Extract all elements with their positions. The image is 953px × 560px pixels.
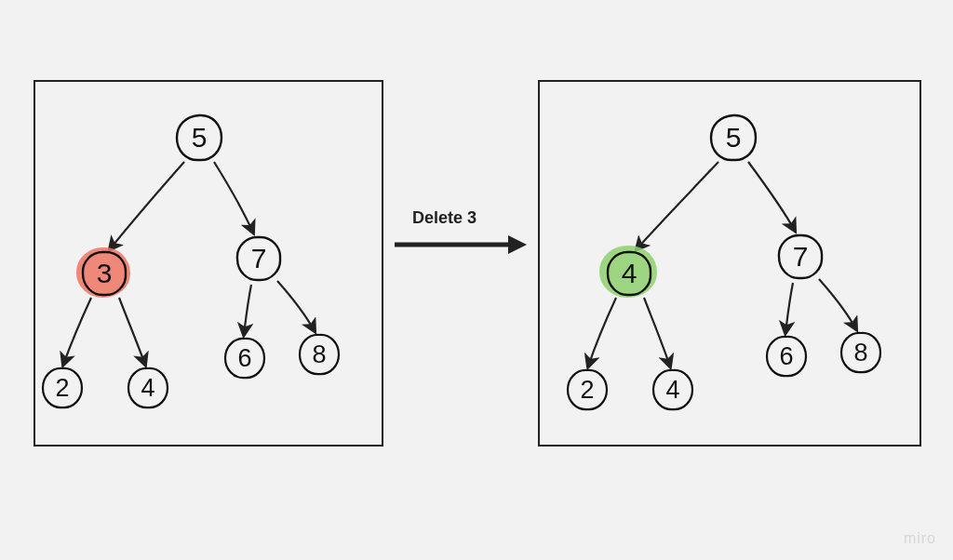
transition-arrow xyxy=(391,233,529,257)
after-edges xyxy=(540,82,919,445)
after-frame: 5 4 7 2 4 6 8 xyxy=(538,80,921,447)
operation-label: Delete 3 xyxy=(412,208,476,228)
replacement-node-highlight xyxy=(599,246,657,298)
before-frame: 5 3 7 2 4 6 8 xyxy=(34,80,383,447)
diagram-canvas: 5 3 7 2 4 6 8 Delete 3 xyxy=(0,0,953,560)
watermark: miro xyxy=(904,530,936,547)
deleted-node-highlight xyxy=(76,247,130,298)
